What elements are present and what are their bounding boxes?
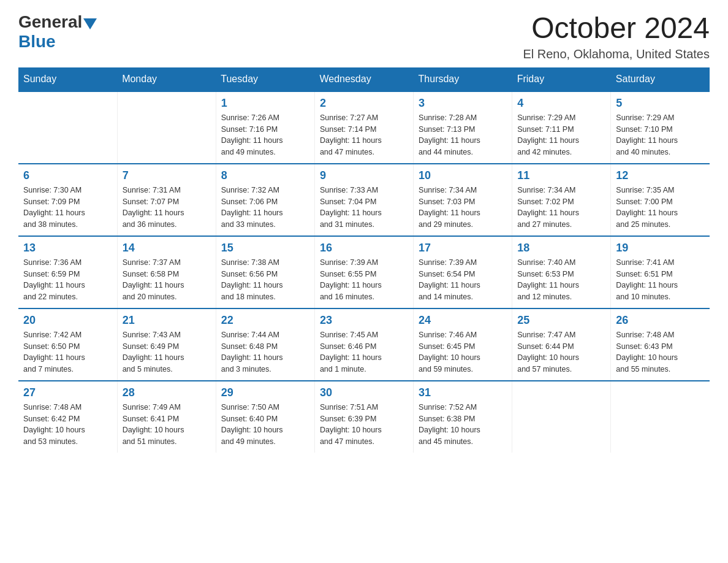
calendar-cell: 1Sunrise: 7:26 AM Sunset: 7:16 PM Daylig… <box>216 91 314 164</box>
day-info: Sunrise: 7:46 AM Sunset: 6:45 PM Dayligh… <box>419 329 507 375</box>
day-info: Sunrise: 7:39 AM Sunset: 6:55 PM Dayligh… <box>320 257 408 303</box>
calendar-cell: 8Sunrise: 7:32 AM Sunset: 7:06 PM Daylig… <box>216 164 314 236</box>
svg-marker-0 <box>83 18 97 29</box>
col-header-friday: Friday <box>512 67 611 91</box>
day-number: 27 <box>23 386 112 399</box>
calendar-cell: 2Sunrise: 7:27 AM Sunset: 7:14 PM Daylig… <box>314 91 413 164</box>
day-info: Sunrise: 7:48 AM Sunset: 6:42 PM Dayligh… <box>23 402 112 448</box>
day-info: Sunrise: 7:26 AM Sunset: 7:16 PM Dayligh… <box>221 112 309 158</box>
calendar-cell <box>512 381 611 453</box>
calendar-cell: 28Sunrise: 7:49 AM Sunset: 6:41 PM Dayli… <box>117 381 216 453</box>
day-number: 12 <box>616 169 705 182</box>
day-number: 1 <box>221 97 309 110</box>
calendar-cell: 17Sunrise: 7:39 AM Sunset: 6:54 PM Dayli… <box>414 236 512 308</box>
calendar-cell: 26Sunrise: 7:48 AM Sunset: 6:43 PM Dayli… <box>611 308 710 381</box>
calendar-week-row: 1Sunrise: 7:26 AM Sunset: 7:16 PM Daylig… <box>18 91 710 164</box>
day-number: 14 <box>123 242 211 255</box>
day-info: Sunrise: 7:50 AM Sunset: 6:40 PM Dayligh… <box>221 402 309 448</box>
col-header-saturday: Saturday <box>611 67 710 91</box>
day-info: Sunrise: 7:29 AM Sunset: 7:11 PM Dayligh… <box>517 112 605 158</box>
day-info: Sunrise: 7:45 AM Sunset: 6:46 PM Dayligh… <box>320 329 408 375</box>
day-number: 7 <box>123 169 211 182</box>
calendar-cell: 3Sunrise: 7:28 AM Sunset: 7:13 PM Daylig… <box>414 91 512 164</box>
day-number: 21 <box>123 314 211 327</box>
day-number: 2 <box>320 97 408 110</box>
calendar-cell: 27Sunrise: 7:48 AM Sunset: 6:42 PM Dayli… <box>18 381 117 453</box>
page-header: General Blue October 2024 El Reno, Oklah… <box>18 12 710 61</box>
day-info: Sunrise: 7:40 AM Sunset: 6:53 PM Dayligh… <box>517 257 605 303</box>
day-info: Sunrise: 7:33 AM Sunset: 7:04 PM Dayligh… <box>320 185 408 231</box>
day-info: Sunrise: 7:32 AM Sunset: 7:06 PM Dayligh… <box>221 185 309 231</box>
day-info: Sunrise: 7:41 AM Sunset: 6:51 PM Dayligh… <box>616 257 705 303</box>
day-number: 18 <box>517 242 605 255</box>
day-info: Sunrise: 7:28 AM Sunset: 7:13 PM Dayligh… <box>419 112 507 158</box>
calendar-cell: 19Sunrise: 7:41 AM Sunset: 6:51 PM Dayli… <box>611 236 710 308</box>
calendar-cell: 12Sunrise: 7:35 AM Sunset: 7:00 PM Dayli… <box>611 164 710 236</box>
calendar-cell: 22Sunrise: 7:44 AM Sunset: 6:48 PM Dayli… <box>216 308 314 381</box>
day-number: 28 <box>123 386 211 399</box>
day-number: 9 <box>320 169 408 182</box>
day-info: Sunrise: 7:49 AM Sunset: 6:41 PM Dayligh… <box>123 402 211 448</box>
page-subtitle: El Reno, Oklahoma, United States <box>523 47 710 61</box>
day-number: 31 <box>419 386 507 399</box>
day-info: Sunrise: 7:43 AM Sunset: 6:49 PM Dayligh… <box>123 329 211 375</box>
day-number: 6 <box>23 169 112 182</box>
day-info: Sunrise: 7:44 AM Sunset: 6:48 PM Dayligh… <box>221 329 309 375</box>
calendar-cell: 16Sunrise: 7:39 AM Sunset: 6:55 PM Dayli… <box>314 236 413 308</box>
day-info: Sunrise: 7:27 AM Sunset: 7:14 PM Dayligh… <box>320 112 408 158</box>
calendar-cell: 23Sunrise: 7:45 AM Sunset: 6:46 PM Dayli… <box>314 308 413 381</box>
calendar-week-row: 27Sunrise: 7:48 AM Sunset: 6:42 PM Dayli… <box>18 381 710 453</box>
calendar-cell: 7Sunrise: 7:31 AM Sunset: 7:07 PM Daylig… <box>117 164 216 236</box>
day-info: Sunrise: 7:52 AM Sunset: 6:38 PM Dayligh… <box>419 402 507 448</box>
day-number: 19 <box>616 242 705 255</box>
day-info: Sunrise: 7:36 AM Sunset: 6:59 PM Dayligh… <box>23 257 112 303</box>
title-section: October 2024 El Reno, Oklahoma, United S… <box>523 12 710 61</box>
day-number: 16 <box>320 242 408 255</box>
day-info: Sunrise: 7:39 AM Sunset: 6:54 PM Dayligh… <box>419 257 507 303</box>
day-info: Sunrise: 7:29 AM Sunset: 7:10 PM Dayligh… <box>616 112 705 158</box>
calendar-cell <box>117 91 216 164</box>
day-number: 5 <box>616 97 705 110</box>
calendar-cell: 15Sunrise: 7:38 AM Sunset: 6:56 PM Dayli… <box>216 236 314 308</box>
col-header-tuesday: Tuesday <box>216 67 314 91</box>
calendar-table: SundayMondayTuesdayWednesdayThursdayFrid… <box>18 67 710 453</box>
day-number: 15 <box>221 242 309 255</box>
day-number: 3 <box>419 97 507 110</box>
col-header-monday: Monday <box>117 67 216 91</box>
day-number: 25 <box>517 314 605 327</box>
calendar-cell: 14Sunrise: 7:37 AM Sunset: 6:58 PM Dayli… <box>117 236 216 308</box>
day-info: Sunrise: 7:34 AM Sunset: 7:02 PM Dayligh… <box>517 185 605 231</box>
day-number: 29 <box>221 386 309 399</box>
calendar-cell: 13Sunrise: 7:36 AM Sunset: 6:59 PM Dayli… <box>18 236 117 308</box>
day-info: Sunrise: 7:35 AM Sunset: 7:00 PM Dayligh… <box>616 185 705 231</box>
calendar-week-row: 6Sunrise: 7:30 AM Sunset: 7:09 PM Daylig… <box>18 164 710 236</box>
page-title: October 2024 <box>523 12 710 45</box>
calendar-cell: 10Sunrise: 7:34 AM Sunset: 7:03 PM Dayli… <box>414 164 512 236</box>
day-number: 11 <box>517 169 605 182</box>
calendar-cell: 5Sunrise: 7:29 AM Sunset: 7:10 PM Daylig… <box>611 91 710 164</box>
day-number: 8 <box>221 169 309 182</box>
logo-arrow-icon <box>83 18 97 29</box>
day-number: 4 <box>517 97 605 110</box>
calendar-cell: 29Sunrise: 7:50 AM Sunset: 6:40 PM Dayli… <box>216 381 314 453</box>
day-number: 20 <box>23 314 112 327</box>
day-number: 30 <box>320 386 408 399</box>
calendar-cell: 20Sunrise: 7:42 AM Sunset: 6:50 PM Dayli… <box>18 308 117 381</box>
calendar-cell: 4Sunrise: 7:29 AM Sunset: 7:11 PM Daylig… <box>512 91 611 164</box>
calendar-week-row: 13Sunrise: 7:36 AM Sunset: 6:59 PM Dayli… <box>18 236 710 308</box>
day-number: 10 <box>419 169 507 182</box>
calendar-cell: 11Sunrise: 7:34 AM Sunset: 7:02 PM Dayli… <box>512 164 611 236</box>
day-info: Sunrise: 7:31 AM Sunset: 7:07 PM Dayligh… <box>123 185 211 231</box>
calendar-cell: 21Sunrise: 7:43 AM Sunset: 6:49 PM Dayli… <box>117 308 216 381</box>
col-header-thursday: Thursday <box>414 67 512 91</box>
logo-blue-text: Blue <box>18 32 56 51</box>
day-info: Sunrise: 7:38 AM Sunset: 6:56 PM Dayligh… <box>221 257 309 303</box>
logo-general-text: General <box>18 12 82 32</box>
day-number: 22 <box>221 314 309 327</box>
calendar-cell: 30Sunrise: 7:51 AM Sunset: 6:39 PM Dayli… <box>314 381 413 453</box>
day-info: Sunrise: 7:37 AM Sunset: 6:58 PM Dayligh… <box>123 257 211 303</box>
calendar-cell <box>18 91 117 164</box>
calendar-cell: 31Sunrise: 7:52 AM Sunset: 6:38 PM Dayli… <box>414 381 512 453</box>
calendar-cell: 18Sunrise: 7:40 AM Sunset: 6:53 PM Dayli… <box>512 236 611 308</box>
calendar-cell: 24Sunrise: 7:46 AM Sunset: 6:45 PM Dayli… <box>414 308 512 381</box>
